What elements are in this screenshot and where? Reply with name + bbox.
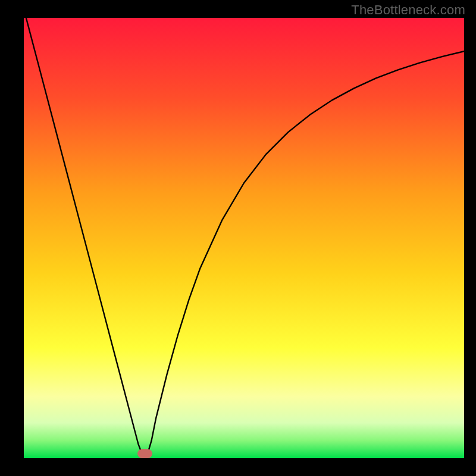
plot-area <box>24 18 464 458</box>
watermark-label: TheBottleneck.com <box>351 2 465 18</box>
bottleneck-curve <box>24 18 464 458</box>
chart-frame: TheBottleneck.com <box>0 0 476 476</box>
optimal-marker <box>137 449 152 458</box>
